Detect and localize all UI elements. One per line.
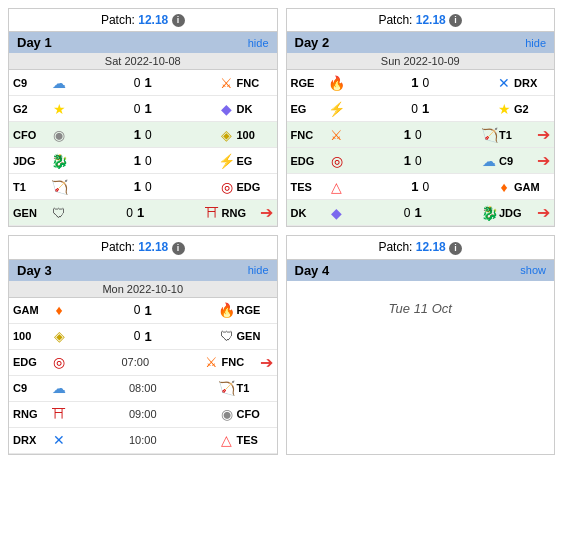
score-area: 07:00 <box>69 356 202 368</box>
team-name-right: 100 <box>237 129 273 141</box>
score-area: 0 1 <box>69 329 217 344</box>
day1-day-header: Day 1 hide <box>9 32 277 53</box>
team-icon-fnc: ⚔ <box>202 352 222 372</box>
team-name-right: TES <box>237 434 273 446</box>
team-icon-drx: ✕ <box>494 73 514 93</box>
day1-hide-link[interactable]: hide <box>248 37 269 49</box>
table-row: FNC ⚔ 1 0 🏹 T1 ➔ <box>287 122 555 148</box>
team-name-left: RNG <box>13 408 49 420</box>
team-icon-g2: ★ <box>494 99 514 119</box>
team-icon-gen: 🛡 <box>217 326 237 346</box>
score-left: 1 <box>134 127 141 142</box>
day2-day-header: Day 2 hide <box>287 32 555 53</box>
day4-block: Patch: 12.18 i Day 4 show Tue 11 Oct <box>286 235 556 454</box>
score-left: 0 <box>404 206 411 220</box>
team-name-right: T1 <box>499 129 535 141</box>
score-area: 08:00 <box>69 382 217 394</box>
arrow-icon: ➔ <box>537 203 550 222</box>
score-right: 1 <box>137 205 144 220</box>
team-icon-edg: ◎ <box>49 352 69 372</box>
score-area: 0 1 <box>69 75 217 90</box>
team-name-right: CFO <box>237 408 273 420</box>
team-icon-dk: ◆ <box>217 99 237 119</box>
day3-hide-link[interactable]: hide <box>248 264 269 276</box>
team-icon-gam: ♦ <box>494 177 514 197</box>
score-right: 0 <box>423 180 430 194</box>
score-left: 0 <box>134 76 141 90</box>
team-icon-rge: 🔥 <box>327 73 347 93</box>
score-area: 1 0 <box>347 153 480 168</box>
team-icon-cfo: ◉ <box>217 404 237 424</box>
table-row: G2 ★ 0 1 ◆ DK <box>9 96 277 122</box>
score-left: 0 <box>134 303 141 317</box>
day1-info-icon[interactable]: i <box>172 14 185 27</box>
team-name-right: GEN <box>237 330 273 342</box>
team-icon-eg: ⚡ <box>327 99 347 119</box>
table-row: JDG 🐉 1 0 ⚡ EG <box>9 148 277 174</box>
day3-block: Patch: 12.18 i Day 3 hide Mon 2022-10-10… <box>8 235 278 454</box>
team-icon-cfo: ◉ <box>49 125 69 145</box>
score-area: 1 0 <box>347 179 495 194</box>
day2-date: Sun 2022-10-09 <box>287 53 555 70</box>
team-name-right: RNG <box>222 207 258 219</box>
day4-patch-num: 12.18 <box>416 240 446 254</box>
team-icon-c9: ☁ <box>49 73 69 93</box>
day2-hide-link[interactable]: hide <box>525 37 546 49</box>
day3-label: Day 3 <box>17 263 52 278</box>
day3-patch-num: 12.18 <box>138 240 168 254</box>
score-right: 0 <box>145 154 152 168</box>
score-right: 1 <box>414 205 421 220</box>
day2-patch-header: Patch: 12.18 i <box>287 9 555 32</box>
team-icon-dk: ◆ <box>327 203 347 223</box>
team-name-left: CFO <box>13 129 49 141</box>
team-icon-tes: △ <box>327 177 347 197</box>
arrow-icon: ➔ <box>260 353 273 372</box>
score-area: 1 0 <box>69 179 217 194</box>
day4-day-header: Day 4 show <box>287 260 555 281</box>
team-icon-eg: ⚡ <box>217 151 237 171</box>
day2-patch-num: 12.18 <box>416 13 446 27</box>
day4-info-icon[interactable]: i <box>449 242 462 255</box>
day3-info-icon[interactable]: i <box>172 242 185 255</box>
match-time: 09:00 <box>129 408 157 420</box>
score-left: 0 <box>126 206 133 220</box>
team-name-right: DRX <box>514 77 550 89</box>
score-left: 1 <box>404 127 411 142</box>
team-name-right: T1 <box>237 382 273 394</box>
score-area: 1 0 <box>347 75 495 90</box>
score-right: 0 <box>415 128 422 142</box>
score-right: 0 <box>145 128 152 142</box>
team-icon-t1: 🏹 <box>49 177 69 197</box>
day1-date: Sat 2022-10-08 <box>9 53 277 70</box>
team-icon-100: ◈ <box>49 326 69 346</box>
team-icon-edg: ◎ <box>327 151 347 171</box>
table-row: EDG ◎ 07:00 ⚔ FNC ➔ <box>9 350 277 376</box>
team-name-left: GAM <box>13 304 49 316</box>
arrow-icon: ➔ <box>260 203 273 222</box>
table-row: RGE 🔥 1 0 ✕ DRX <box>287 70 555 96</box>
team-icon-c9: ☁ <box>479 151 499 171</box>
score-left: 0 <box>134 329 141 343</box>
day4-show-link[interactable]: show <box>520 264 546 276</box>
table-row: DK ◆ 0 1 🐉 JDG ➔ <box>287 200 555 226</box>
team-name-right: FNC <box>222 356 258 368</box>
score-area: 1 0 <box>69 153 217 168</box>
day1-patch-header: Patch: 12.18 i <box>9 9 277 32</box>
score-area: 1 0 <box>69 127 217 142</box>
team-icon-tes: △ <box>217 430 237 450</box>
team-icon-drx: ✕ <box>49 430 69 450</box>
main-grid: Patch: 12.18 i Day 1 hide Sat 2022-10-08… <box>8 8 555 455</box>
team-icon-fnc: ⚔ <box>327 125 347 145</box>
day2-info-icon[interactable]: i <box>449 14 462 27</box>
score-right: 1 <box>144 329 151 344</box>
team-icon-rng: ⛩ <box>202 203 222 223</box>
team-icon-100: ◈ <box>217 125 237 145</box>
team-name-left: EDG <box>13 356 49 368</box>
team-name-left: EG <box>291 103 327 115</box>
score-right: 0 <box>145 180 152 194</box>
arrow-icon: ➔ <box>537 151 550 170</box>
score-area: 10:00 <box>69 434 217 446</box>
match-time: 08:00 <box>129 382 157 394</box>
arrow-icon: ➔ <box>537 125 550 144</box>
team-name-left: C9 <box>13 382 49 394</box>
